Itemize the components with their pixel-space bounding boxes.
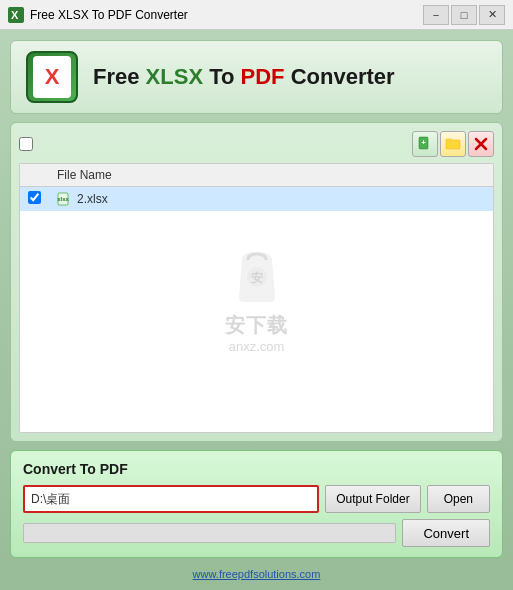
file-section: + <box>10 122 503 442</box>
delete-icon <box>473 136 489 152</box>
convert-row: Convert <box>23 519 490 547</box>
svg-text:+: + <box>421 138 426 147</box>
file-name-cell: xlsx 2.xlsx <box>57 192 485 206</box>
watermark-text: 安下载 <box>225 312 288 339</box>
output-folder-button[interactable]: Output Folder <box>325 485 420 513</box>
watermark: 安 安下载 anxz.com <box>222 242 292 354</box>
app-title-icon: X <box>8 7 24 23</box>
file-toolbar: + <box>19 131 494 157</box>
title-bar: X Free XLSX To PDF Converter − □ ✕ <box>0 0 513 30</box>
app-icon-label: X <box>33 56 71 98</box>
title-free: Free <box>93 64 146 89</box>
footer-link[interactable]: www.freepdfsolutions.com <box>10 568 503 580</box>
file-name-label: 2.xlsx <box>77 192 108 206</box>
watermark-bag-icon: 安 <box>222 242 292 312</box>
convert-section: Convert To PDF Output Folder Open Conver… <box>10 450 503 558</box>
output-path-row: Output Folder Open <box>23 485 490 513</box>
convert-button[interactable]: Convert <box>402 519 490 547</box>
title-bar-controls: − □ ✕ <box>423 5 505 25</box>
svg-text:安: 安 <box>250 271 263 285</box>
folder-icon <box>445 136 461 152</box>
open-folder-button[interactable] <box>440 131 466 157</box>
app-title: Free XLSX To PDF Converter <box>93 64 395 90</box>
watermark-url: anxz.com <box>229 339 285 354</box>
xlsx-file-icon: xlsx <box>57 192 71 206</box>
main-window: X Free XLSX To PDF Converter + <box>0 30 513 590</box>
convert-title: Convert To PDF <box>23 461 490 477</box>
title-pdf: PDF <box>241 64 285 89</box>
title-to: To <box>203 64 240 89</box>
file-action-buttons: + <box>412 131 494 157</box>
svg-point-8 <box>247 267 267 287</box>
title-bar-left: X Free XLSX To PDF Converter <box>8 7 188 23</box>
svg-text:xlsx: xlsx <box>57 196 69 202</box>
file-table-container: File Name xlsx <box>19 163 494 433</box>
row-checkbox[interactable] <box>28 191 41 204</box>
svg-text:X: X <box>11 9 19 21</box>
output-path-input[interactable] <box>23 485 319 513</box>
file-table: File Name xlsx <box>20 164 493 211</box>
table-row: xlsx 2.xlsx <box>20 187 493 212</box>
title-xlsx: XLSX <box>146 64 203 89</box>
open-button[interactable]: Open <box>427 485 490 513</box>
select-all-checkbox[interactable] <box>19 137 33 151</box>
maximize-button[interactable]: □ <box>451 5 477 25</box>
minimize-button[interactable]: − <box>423 5 449 25</box>
app-header: X Free XLSX To PDF Converter <box>10 40 503 114</box>
title-bar-title: Free XLSX To PDF Converter <box>30 8 188 22</box>
filename-column-header: File Name <box>49 164 493 187</box>
add-file-button[interactable]: + <box>412 131 438 157</box>
title-suffix: Converter <box>285 64 395 89</box>
row-checkbox-cell[interactable] <box>20 187 49 212</box>
row-filename-cell: xlsx 2.xlsx <box>49 187 493 212</box>
progress-bar <box>23 523 396 543</box>
close-button[interactable]: ✕ <box>479 5 505 25</box>
checkbox-column-header <box>20 164 49 187</box>
delete-file-button[interactable] <box>468 131 494 157</box>
add-file-icon: + <box>417 136 433 152</box>
app-icon: X <box>26 51 78 103</box>
